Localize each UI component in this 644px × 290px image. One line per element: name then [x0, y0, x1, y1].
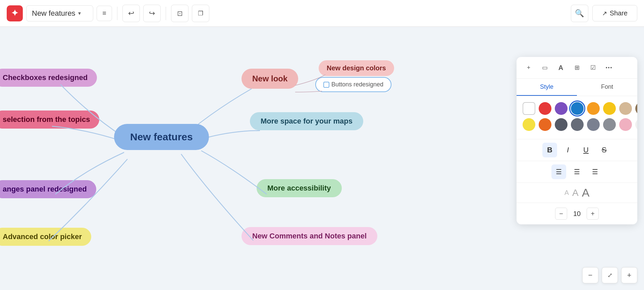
panel-tabs: Style Font	[517, 79, 637, 96]
node-checkboxes-label: Checkboxes redesigned	[3, 73, 88, 82]
font-size-small-icon: A	[565, 189, 569, 197]
font-size-large-icon: A	[582, 186, 590, 199]
more-tool[interactable]: •••	[603, 62, 615, 74]
undo-icon: ↩	[128, 9, 134, 18]
node-advanced-color-label: Advanced color picker	[3, 232, 82, 241]
zoom-fit-icon: ⤢	[607, 272, 612, 279]
node-new-look[interactable]: New look	[241, 69, 298, 89]
node-new-comments[interactable]: New Comments and Notes panel	[241, 227, 377, 245]
toolbar-divider-2	[166, 7, 166, 20]
node-panel-redesigned[interactable]: anges panel redesigned	[0, 180, 96, 198]
align-right-icon: ☰	[592, 168, 598, 176]
hamburger-menu-button[interactable]: ≡	[97, 6, 112, 21]
node-new-design-colors[interactable]: New design colors	[319, 60, 394, 76]
search-button[interactable]: 🔍	[571, 5, 588, 22]
underline-button[interactable]: U	[579, 143, 593, 157]
format-tool[interactable]: ⊞	[571, 62, 583, 74]
node-new-look-label: New look	[252, 74, 287, 83]
bold-icon: B	[547, 146, 552, 154]
font-size-decrease-button[interactable]: −	[555, 208, 567, 220]
canvas-area[interactable]: New features New look New design colors …	[0, 27, 644, 290]
chevron-down-icon: ▾	[78, 10, 81, 16]
zoom-out-button[interactable]: −	[582, 267, 598, 283]
color-yellow[interactable]	[603, 102, 616, 115]
tab-font[interactable]: Font	[577, 79, 637, 96]
align-left-button[interactable]: ☰	[551, 164, 566, 179]
style-panel: + ▭ A ⊞ ☑ ••• Style Font	[517, 57, 637, 224]
align-right-button[interactable]: ☰	[588, 164, 602, 179]
color-orange2[interactable]	[539, 118, 551, 131]
color-lightgray[interactable]	[603, 118, 616, 131]
tab-style[interactable]: Style	[517, 79, 577, 96]
redo-icon: ↪	[149, 9, 155, 18]
check-icon: ☑	[590, 64, 596, 71]
align-left-icon: ☰	[556, 168, 562, 176]
node-more-space[interactable]: More space for your maps	[250, 112, 363, 130]
bold-button[interactable]: B	[542, 143, 557, 157]
color-row-1	[523, 102, 631, 115]
node-more-accessibility[interactable]: More accessibility	[257, 179, 342, 197]
color-darkgray2[interactable]	[571, 118, 584, 131]
shape-tool[interactable]: ▭	[539, 62, 551, 74]
color-blue[interactable]	[571, 102, 584, 115]
color-yellow2[interactable]	[523, 118, 535, 131]
color-purple[interactable]	[555, 102, 568, 115]
more-icon: •••	[606, 65, 613, 70]
zoom-in-icon: +	[627, 271, 632, 280]
zoom-in-button[interactable]: +	[621, 267, 637, 283]
zoom-fit-button[interactable]: ⤢	[602, 267, 618, 283]
font-size-increase-button[interactable]: +	[587, 208, 599, 220]
color-medgray[interactable]	[587, 118, 600, 131]
add-tool[interactable]: +	[523, 62, 535, 74]
node-selection-label: selection from the topics	[3, 115, 90, 124]
alignment-controls: ☰ ☰ ☰	[517, 161, 637, 183]
clone-button[interactable]: ❐	[192, 5, 209, 22]
document-title-button[interactable]: New features ▾	[26, 5, 93, 21]
italic-icon: I	[567, 146, 569, 154]
toolbar-divider-1	[117, 7, 117, 20]
color-palette: ▶	[517, 96, 637, 138]
minus-icon: −	[559, 210, 563, 218]
node-buttons-redesigned[interactable]: Buttons redesigned	[315, 77, 391, 92]
checkbox-icon	[323, 82, 329, 88]
font-size-display: A A A	[517, 183, 637, 203]
document-title-label: New features	[32, 9, 75, 18]
node-checkboxes[interactable]: Checkboxes redesigned	[0, 69, 97, 87]
hamburger-icon: ≡	[102, 9, 106, 17]
node-more-accessibility-label: More accessibility	[267, 184, 331, 193]
align-center-button[interactable]: ☰	[570, 164, 584, 179]
color-red[interactable]	[539, 102, 551, 115]
add-icon: +	[527, 64, 531, 71]
color-tan[interactable]	[619, 102, 632, 115]
format-icon: ⊞	[575, 64, 580, 71]
node-more-space-label: More space for your maps	[261, 117, 353, 126]
text-tool[interactable]: A	[555, 62, 567, 74]
color-more-arrow[interactable]: ▶	[635, 118, 637, 131]
color-darkgray1[interactable]	[555, 118, 568, 131]
strikethrough-icon: S	[602, 146, 607, 154]
toolbar-right: 🔍 ↗ Share	[571, 5, 637, 22]
text-style-controls: B I U S	[517, 139, 637, 161]
color-pink[interactable]	[619, 118, 632, 131]
node-advanced-color[interactable]: Advanced color picker	[0, 228, 91, 246]
redo-button[interactable]: ↪	[143, 5, 161, 22]
center-node[interactable]: New features	[114, 124, 209, 150]
frame-button[interactable]: ⊡	[171, 5, 189, 22]
color-brown[interactable]	[635, 102, 637, 115]
zoom-out-icon: −	[588, 271, 593, 280]
italic-button[interactable]: I	[560, 143, 575, 157]
zoom-controls: − ⤢ +	[582, 267, 637, 283]
clone-icon: ❐	[198, 10, 203, 17]
check-tool[interactable]: ☑	[587, 62, 599, 74]
undo-button[interactable]: ↩	[122, 5, 140, 22]
main-toolbar: ✦ New features ▾ ≡ ↩ ↪ ⊡ ❐ 🔍 ↗ Share	[0, 0, 644, 27]
share-icon: ↗	[602, 10, 607, 17]
node-selection[interactable]: selection from the topics	[0, 111, 99, 129]
share-button[interactable]: ↗ Share	[592, 5, 637, 21]
color-orange[interactable]	[587, 102, 600, 115]
strikethrough-button[interactable]: S	[597, 143, 611, 157]
font-size-medium-icon: A	[572, 188, 579, 198]
app-logo[interactable]: ✦	[7, 5, 23, 21]
color-white[interactable]	[523, 102, 535, 115]
plus-icon: +	[591, 210, 595, 218]
